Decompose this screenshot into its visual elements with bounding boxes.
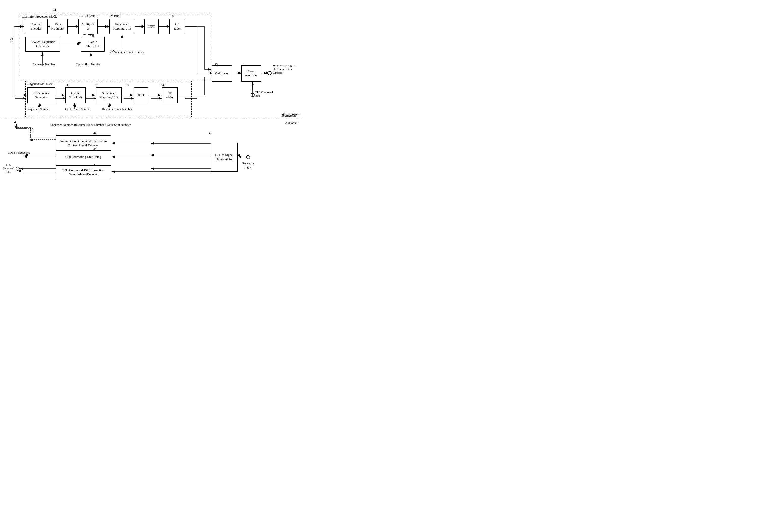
ref-34: 34 (161, 83, 164, 87)
annunciation-decoder-block: Annunciation Channel/DownstreamControl S… (55, 135, 111, 151)
tpc-demodulator-block: TPC Command-Bit InformationDemodulator/D… (55, 165, 111, 179)
svg-line-81 (29, 135, 31, 138)
ref-44: 44 (93, 131, 96, 135)
ref-22: 22 (52, 14, 55, 18)
tpc-bottom-label: TPCCommandInfo. (3, 163, 14, 174)
seq-number-top-label: Sequence Number (33, 62, 55, 66)
transmission-signal-label: Transmission Signal(To TransmissionWirel… (272, 63, 295, 74)
svg-line-80 (30, 136, 33, 139)
section-divider (0, 119, 303, 119)
reception-terminal (246, 155, 250, 159)
cyclic-shift-number-top-label: Cyclic Shift Number (76, 62, 101, 66)
seq-res-cyc-label: Sequence Number, Resource Block Number, … (50, 123, 131, 127)
power-amplifier-block: PowerAmplifier (241, 65, 261, 81)
ref-23: 23 (wait...) (85, 14, 98, 18)
cyclic-shift-rs-block: CyclicShift Unit (65, 87, 86, 104)
tpc-top-terminal (250, 93, 255, 97)
ref-27: 27 (112, 49, 115, 53)
ref-25: 25 (171, 14, 174, 18)
reception-signal-label: ReceptionSignal (242, 162, 255, 169)
cazac-gen-block: CAZAC SequenceGenerator (25, 37, 60, 52)
ref-mux-top: 23 (79, 14, 82, 18)
cqi-processor-label: CQI Info. Processor Block (22, 15, 57, 19)
cqi-bit-sequence-label: CQI Bit-Sequence (8, 151, 30, 155)
subcarrier-mapping-rs-block: SubcarrierMapping Unit (96, 87, 122, 104)
multiplexer-main-block: Multiplexer (212, 65, 232, 81)
ifft-rs-block: IFFT (134, 87, 148, 104)
tpc-bottom-terminal (16, 167, 20, 171)
ref-11: 11 (53, 8, 56, 12)
ref-33: 33 (126, 83, 129, 87)
seq-number-rs-label: Sequence Number (27, 107, 49, 111)
cyclic-shift-top-block: CyclicShift Unit (81, 37, 105, 52)
cyclic-shift-number-rs-label: Cyclic Shift Number (65, 107, 90, 111)
cp-adder-rs-block: CPadder (162, 87, 178, 104)
ref-32: 32 (94, 83, 98, 87)
cp-adder-top-block: CPadder (169, 19, 185, 34)
receiver-label: Receiver (285, 121, 298, 125)
channel-encoder-block: ChannelEncoder (24, 19, 48, 34)
subcarrier-mapping-top-block: SubcarrierMapping Unit (109, 19, 135, 34)
transmission-terminal (267, 71, 271, 75)
tpc-top-label: TPC CommandInfo. (255, 91, 273, 98)
ref-31: 31 (30, 83, 33, 87)
ofdm-demodulator-block: OFDM SignalDemodulator (211, 143, 238, 172)
multiplexer-top-block: Multiplexer (78, 19, 98, 34)
diagram: CQI Info. Processor Block 11 RS Processo… (0, 0, 303, 207)
ref-26: 26 (10, 40, 13, 44)
ref-sub-map-top: 24 (sub) (110, 14, 121, 18)
rs-seq-gen-block: RS SequenceGenerator (27, 87, 55, 104)
data-modulator-block: DataModulator (48, 19, 68, 34)
cqi-estimating-block: CQI Estimating Unit Using (55, 150, 111, 164)
ref-35: 35 (66, 83, 69, 87)
transmitter-label-right: Transmitter (282, 112, 299, 116)
ifft-top-block: IFFT (144, 19, 159, 34)
ref-41: 41 (209, 131, 212, 135)
resource-block-number-rs-label: Resource Block Number (102, 107, 132, 111)
